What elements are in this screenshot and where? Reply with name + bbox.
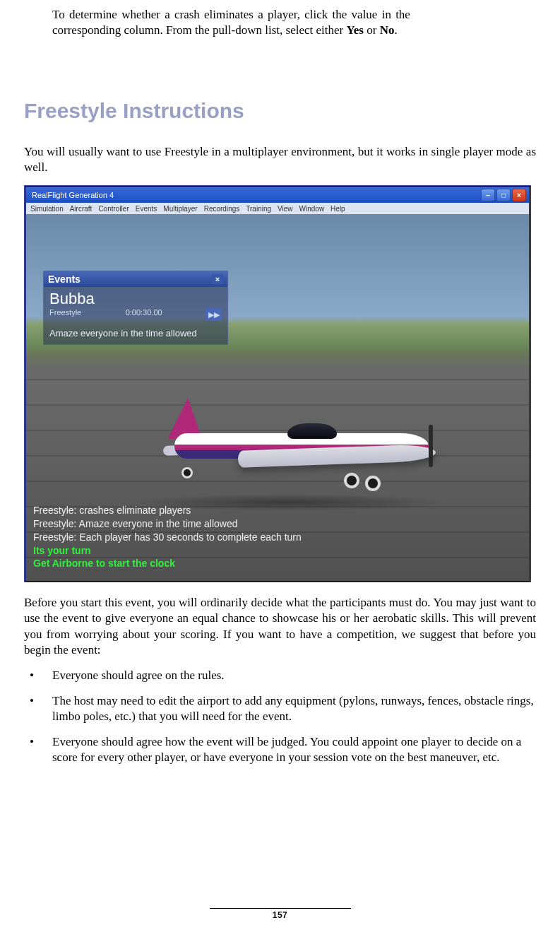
list-item: The host may need to edit the airport to… (28, 693, 536, 724)
play-icon[interactable]: ▶▶ (206, 308, 222, 321)
freestyle-intro-paragraph: You will usually want to use Freestyle i… (24, 144, 536, 175)
menu-multiplayer[interactable]: Multiplayer (163, 205, 197, 213)
events-panel-close-icon[interactable]: × (212, 274, 223, 284)
maximize-button[interactable]: □ (496, 189, 511, 201)
minimize-button[interactable]: – (481, 189, 495, 201)
status-line-2: Freestyle: Amaze everyone in the time al… (33, 517, 302, 531)
footer-rule (210, 908, 351, 909)
close-button[interactable]: × (512, 189, 526, 201)
app-screenshot: RealFlight Generation 4 – □ × Simulation… (24, 185, 531, 582)
menu-bar: Simulation Aircraft Controller Events Mu… (26, 203, 529, 214)
intro-yes: Yes (346, 23, 364, 37)
intro-paragraph: To determine whether a crash eliminates … (52, 7, 536, 38)
intro-line2a: corresponding column. From the pull-down… (52, 23, 346, 37)
window-titlebar: RealFlight Generation 4 – □ × (26, 187, 529, 203)
menu-controller[interactable]: Controller (98, 205, 129, 213)
events-panel: Events × Bubba Freestyle 0:00:30.00 ▶▶ A… (43, 271, 228, 345)
aircraft-tailwheel (181, 467, 193, 478)
status-line-3: Freestyle: Each player has 30 seconds to… (33, 531, 302, 544)
window-title: RealFlight Generation 4 (29, 191, 479, 199)
intro-period: . (394, 23, 397, 37)
section-heading: Freestyle Instructions (24, 99, 536, 123)
page-number: 157 (0, 910, 560, 920)
aircraft-propeller (429, 425, 433, 467)
scene-viewport: Events × Bubba Freestyle 0:00:30.00 ▶▶ A… (26, 214, 529, 580)
player-name: Bubba (49, 290, 222, 308)
events-panel-body: Bubba Freestyle 0:00:30.00 ▶▶ Amaze ever… (44, 287, 227, 344)
event-mode-label: Freestyle (49, 308, 81, 321)
events-panel-header[interactable]: Events × (44, 271, 227, 287)
events-panel-message: Amaze everyone in the time allowed (49, 328, 222, 339)
event-timer: 0:00:30.00 (126, 308, 162, 321)
status-line-1: Freestyle: crashes eliminate players (33, 504, 302, 517)
menu-training[interactable]: Training (246, 205, 271, 213)
intro-no: No (380, 23, 395, 37)
list-item: Everyone should agree how the event will… (28, 734, 536, 765)
status-text-block: Freestyle: crashes eliminate players Fre… (33, 504, 302, 570)
menu-aircraft[interactable]: Aircraft (70, 205, 93, 213)
menu-simulation[interactable]: Simulation (30, 205, 64, 213)
aircraft-wheel (365, 476, 381, 491)
menu-view[interactable]: View (278, 205, 293, 213)
menu-events[interactable]: Events (136, 205, 157, 213)
list-item: Everyone should agree on the rules. (28, 668, 536, 683)
status-airborne-line: Get Airborne to start the clock (33, 557, 302, 570)
menu-help[interactable]: Help (330, 205, 345, 213)
menu-window[interactable]: Window (299, 205, 325, 213)
bullet-list: Everyone should agree on the rules. The … (24, 668, 536, 765)
status-turn-line: Its your turn (33, 544, 302, 558)
aircraft (132, 384, 457, 497)
aircraft-canopy (287, 423, 337, 439)
aircraft-wheel (344, 473, 359, 488)
page-footer: 157 (0, 908, 560, 920)
menu-recordings[interactable]: Recordings (204, 205, 240, 213)
intro-or: or (364, 23, 380, 37)
intro-line1: To determine whether a crash eliminates … (52, 8, 410, 21)
events-panel-title: Events (48, 273, 212, 285)
pre-event-paragraph: Before you start this event, you will or… (24, 595, 536, 657)
